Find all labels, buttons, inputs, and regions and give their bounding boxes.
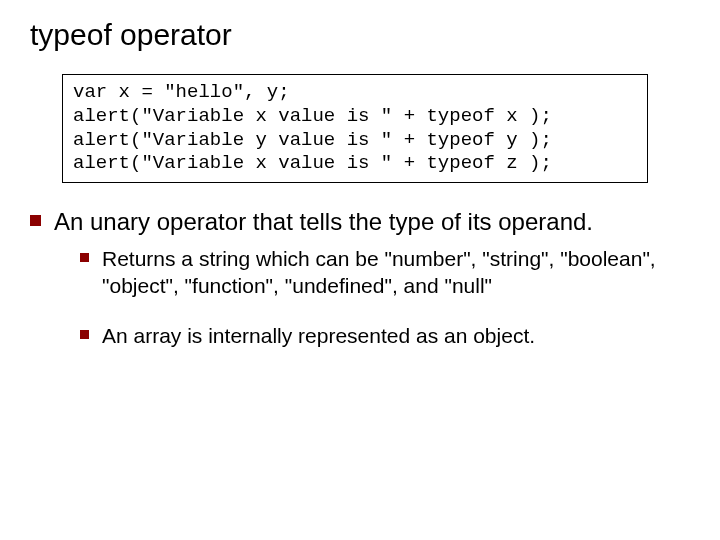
sub-bullet-list: Returns a string which can be "number", …: [54, 245, 692, 349]
bullet-list: An unary operator that tells the type of…: [28, 207, 692, 349]
bullet-top-1-text: An unary operator that tells the type of…: [54, 208, 593, 235]
bullet-sub-2: An array is internally represented as an…: [54, 322, 692, 349]
code-line-3: alert("Variable y value is " + typeof y …: [73, 129, 552, 151]
bullet-sub-1: Returns a string which can be "number", …: [54, 245, 692, 300]
code-line-1: var x = "hello", y;: [73, 81, 290, 103]
bullet-sub-1-text: Returns a string which can be "number", …: [102, 247, 656, 297]
code-block: var x = "hello", y; alert("Variable x va…: [73, 81, 637, 176]
code-box: var x = "hello", y; alert("Variable x va…: [62, 74, 648, 183]
bullet-sub-2-text: An array is internally represented as an…: [102, 324, 535, 347]
bullet-top-1: An unary operator that tells the type of…: [28, 207, 692, 349]
slide-title: typeof operator: [30, 18, 692, 52]
code-line-2: alert("Variable x value is " + typeof x …: [73, 105, 552, 127]
slide: typeof operator var x = "hello", y; aler…: [0, 0, 720, 540]
code-line-4: alert("Variable x value is " + typeof z …: [73, 152, 552, 174]
